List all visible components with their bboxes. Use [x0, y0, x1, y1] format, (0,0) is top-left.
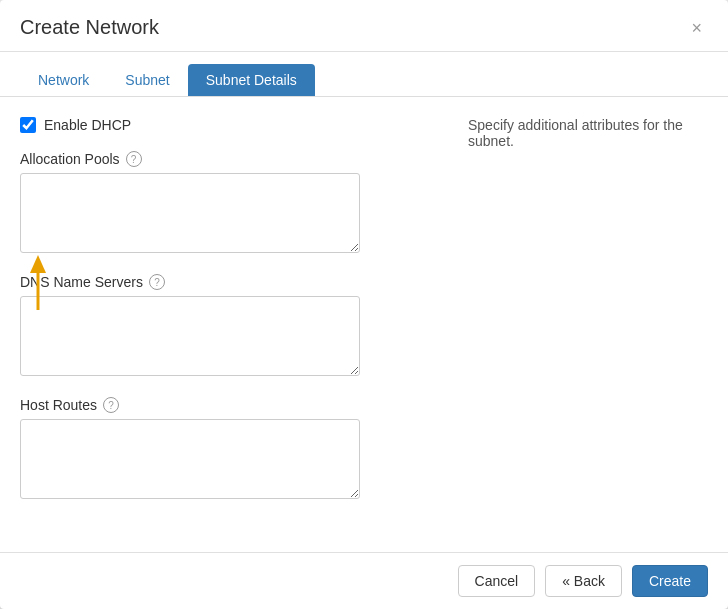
- left-panel: Enable DHCP Allocation Pools ? DNS Name …: [0, 97, 448, 552]
- host-routes-label-row: Host Routes ?: [20, 397, 428, 413]
- allocation-pools-label: Allocation Pools: [20, 151, 120, 167]
- enable-dhcp-label[interactable]: Enable DHCP: [44, 117, 131, 133]
- svg-marker-1: [30, 255, 46, 273]
- host-routes-textarea[interactable]: [20, 419, 360, 499]
- allocation-pools-textarea[interactable]: [20, 173, 360, 253]
- allocation-pools-label-row: Allocation Pools ?: [20, 151, 428, 167]
- modal-title: Create Network: [20, 16, 159, 39]
- dns-name-servers-label-row: DNS Name Servers ?: [20, 274, 428, 290]
- dns-name-servers-help-icon[interactable]: ?: [149, 274, 165, 290]
- cancel-button[interactable]: Cancel: [458, 565, 536, 597]
- modal-header: Create Network ×: [0, 0, 728, 52]
- host-routes-label: Host Routes: [20, 397, 97, 413]
- enable-dhcp-row: Enable DHCP: [20, 117, 428, 133]
- modal-body: Enable DHCP Allocation Pools ? DNS Name …: [0, 97, 728, 552]
- modal-footer: Cancel « Back Create: [0, 552, 728, 609]
- create-button[interactable]: Create: [632, 565, 708, 597]
- right-panel: Specify additional attributes for the su…: [448, 97, 728, 552]
- create-network-modal: Create Network × Network Subnet Subnet D…: [0, 0, 728, 609]
- tab-subnet-details[interactable]: Subnet Details: [188, 64, 315, 96]
- dns-name-servers-group: DNS Name Servers ?: [20, 274, 428, 379]
- dns-name-servers-textarea[interactable]: [20, 296, 360, 376]
- modal-overlay: Create Network × Network Subnet Subnet D…: [0, 0, 728, 609]
- close-button[interactable]: ×: [685, 17, 708, 39]
- enable-dhcp-checkbox[interactable]: [20, 117, 36, 133]
- sidebar-description: Specify additional attributes for the su…: [468, 117, 708, 149]
- host-routes-group: Host Routes ?: [20, 397, 428, 502]
- dns-name-servers-label: DNS Name Servers: [20, 274, 143, 290]
- host-routes-help-icon[interactable]: ?: [103, 397, 119, 413]
- tabs-container: Network Subnet Subnet Details: [0, 52, 728, 97]
- allocation-pools-help-icon[interactable]: ?: [126, 151, 142, 167]
- tab-subnet[interactable]: Subnet: [107, 64, 187, 96]
- allocation-pools-group: Allocation Pools ?: [20, 151, 428, 256]
- tab-network[interactable]: Network: [20, 64, 107, 96]
- back-button[interactable]: « Back: [545, 565, 622, 597]
